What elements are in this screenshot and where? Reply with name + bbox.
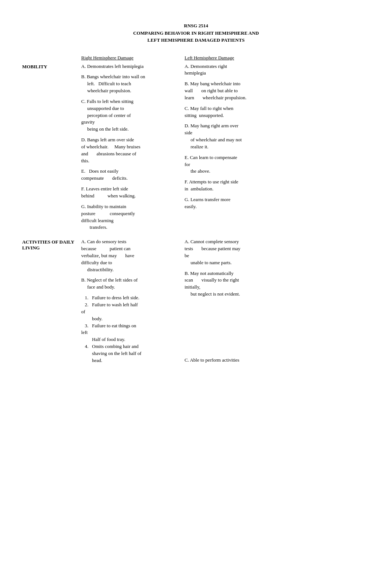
page-title: RNSG 2514 COMPARING BEHAVIOR IN RIGHT HE… [22,22,370,44]
mobility-left-item-c: C. Falls to left when sitting unsupporte… [81,98,177,133]
mobility-right-item-b: B. May bang wheelchair intowall on right… [185,80,288,101]
adl-left-item-list: 1. Failure to dress left side. 2. Failur… [81,294,177,364]
mobility-left-item-b: B. Bangs wheelchair into wall on left. D… [81,73,177,94]
table-container: Right Hemisphere Damage Left Hemisphere … [22,55,370,368]
mobility-section: MOBILITY A. Demonstrates left hemiplegia… [22,63,370,235]
adl-left-item-b: B. Neglect of the left sides of face and… [81,277,177,291]
mobility-left-item-g: G. Inability to maintain posture consequ… [81,203,177,231]
right-column-header: Left Hemisphere Damage [185,55,288,61]
mobility-right-col: A. Demonstrates righthemiplegia B. May b… [185,63,288,235]
adl-left-col: A. Can do sensory tests because patient … [81,238,185,368]
title-line2: COMPARING BEHAVIOR IN RIGHT HEMISPHERE A… [22,30,370,37]
left-column-header: Right Hemisphere Damage [81,55,185,61]
mobility-left-col: A. Demonstrates left hemiplegia B. Bangs… [81,63,185,235]
title-line3: LEFT HEMISPHERE DAMAGED PATIENTS [22,37,370,44]
mobility-left-item-f: F. Leaves entire left side behind when w… [81,186,177,200]
mobility-left-item-e: E. Does not easily compensate deficits. [81,168,177,182]
mobility-columns: A. Demonstrates left hemiplegia B. Bangs… [81,63,370,235]
adl-right-item-b: B. May not automatically scan visually t… [185,270,288,298]
adl-right-item-c: C. Able to perform activities [185,357,288,364]
adl-left-item-a: A. Can do sensory tests because patient … [81,238,177,273]
mobility-right-item-g: G. Learns transfer moreeasily. [185,196,288,210]
mobility-right-item-f: F. Attempts to use right sidein ambulati… [185,179,288,193]
title-line1: RNSG 2514 [22,22,370,30]
mobility-right-item-e: E. Can learn to compensatefor the above. [185,154,288,175]
mobility-right-item-d: D. May hang right arm overside of wheelc… [185,123,288,150]
adl-section: ACTIVITIES OF DAILYLIVING A. Can do sens… [22,238,370,368]
column-headers: Right Hemisphere Damage Left Hemisphere … [81,55,370,61]
mobility-right-item-c: C. May fall to right whensitting unsuppo… [185,105,288,119]
mobility-label: MOBILITY [22,63,81,235]
mobility-left-item-a: A. Demonstrates left hemiplegia [81,63,177,70]
adl-right-item-a: A. Cannot complete sensory tests because… [185,238,288,266]
adl-right-col: A. Cannot complete sensory tests because… [185,238,288,368]
adl-columns: A. Can do sensory tests because patient … [81,238,370,368]
mobility-right-item-a: A. Demonstrates righthemiplegia [185,63,288,77]
adl-label: ACTIVITIES OF DAILYLIVING [22,238,81,368]
mobility-left-item-d: D. Bangs left arm over side of wheelchai… [81,137,177,164]
